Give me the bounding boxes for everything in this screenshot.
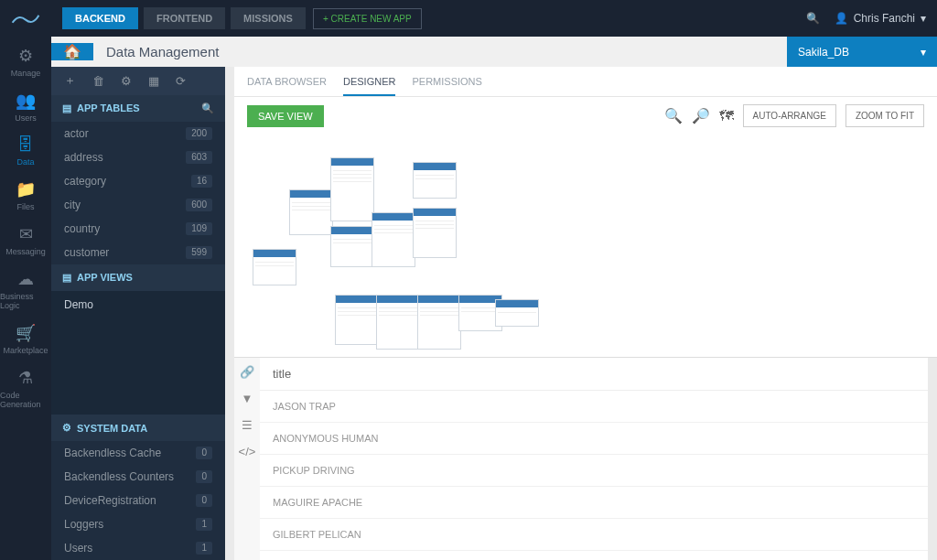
scrollbar[interactable] bbox=[225, 67, 234, 560]
chevron-down-icon: ▾ bbox=[921, 46, 926, 59]
db-node[interactable] bbox=[330, 226, 374, 267]
refresh-icon[interactable]: ⟳ bbox=[176, 74, 186, 88]
database-selector[interactable]: Sakila_DB ▾ bbox=[787, 37, 937, 67]
left-nav: ⚙Manage 👥Users 🗄Data 📁Files ✉Messaging ☁… bbox=[0, 37, 51, 560]
page-header: 🏠 Data Management Sakila_DB ▾ bbox=[51, 37, 937, 67]
trash-icon[interactable]: 🗑 bbox=[92, 74, 104, 88]
table-item[interactable]: actor200 bbox=[51, 122, 225, 145]
db-node[interactable] bbox=[376, 295, 420, 350]
envelope-icon: ✉ bbox=[19, 224, 33, 244]
designer-toolbar: SAVE VIEW 🔍 🔎 🗺 AUTO-ARRANGE ZOOM TO FIT bbox=[234, 97, 937, 135]
section-app-views[interactable]: ▤APP VIEWS bbox=[51, 264, 225, 291]
nav-manage[interactable]: ⚙Manage bbox=[11, 46, 41, 78]
nav-data[interactable]: 🗄Data bbox=[16, 135, 34, 167]
search-icon[interactable]: 🔍 bbox=[806, 12, 820, 25]
result-row[interactable]: PICKUP DRIVING bbox=[260, 455, 928, 487]
settings-icon[interactable]: ⚙ bbox=[121, 74, 132, 88]
db-node[interactable] bbox=[289, 189, 333, 235]
system-item[interactable]: Users1 bbox=[51, 536, 225, 560]
nav-marketplace[interactable]: 🛒Marketplace bbox=[3, 323, 48, 355]
database-icon: 🗄 bbox=[17, 135, 34, 155]
sub-tabs: DATA BROWSER DESIGNER PERMISSIONS bbox=[234, 67, 937, 97]
nav-tabs: BACKEND FRONTEND MISSIONS bbox=[62, 7, 306, 29]
section-app-tables[interactable]: ▤APP TABLES 🔍 bbox=[51, 95, 225, 122]
db-node[interactable] bbox=[417, 295, 461, 350]
nav-code-generation[interactable]: ⚗Code Generation bbox=[0, 368, 51, 409]
db-node[interactable] bbox=[413, 162, 457, 199]
system-item[interactable]: Loggers1 bbox=[51, 512, 225, 536]
zoom-in-icon[interactable]: 🔍 bbox=[664, 107, 683, 124]
content-area: DATA BROWSER DESIGNER PERMISSIONS SAVE V… bbox=[234, 67, 937, 560]
chevron-down-icon: ▾ bbox=[921, 12, 926, 25]
user-name: Chris Fanchi bbox=[854, 12, 915, 25]
columns-icon[interactable]: ▦ bbox=[148, 74, 159, 88]
save-view-button[interactable]: SAVE VIEW bbox=[247, 105, 324, 127]
section-system-data[interactable]: ⚙SYSTEM DATA bbox=[51, 415, 225, 441]
db-node[interactable] bbox=[495, 299, 539, 327]
designer-canvas[interactable] bbox=[234, 135, 937, 357]
auto-arrange-button[interactable]: AUTO-ARRANGE bbox=[743, 104, 836, 127]
nav-messaging[interactable]: ✉Messaging bbox=[5, 224, 46, 256]
create-app-button[interactable]: CREATE NEW APP bbox=[313, 8, 422, 29]
link-icon[interactable]: 🔗 bbox=[240, 365, 254, 379]
tab-backend[interactable]: BACKEND bbox=[62, 7, 138, 29]
nav-files[interactable]: 📁Files bbox=[16, 179, 36, 211]
gear-icon: ⚙ bbox=[18, 46, 33, 66]
home-button[interactable]: 🏠 bbox=[51, 43, 93, 60]
column-header[interactable]: title bbox=[260, 358, 928, 391]
page-title: Data Management bbox=[93, 44, 787, 59]
search-icon[interactable]: 🔍 bbox=[201, 102, 214, 114]
result-row[interactable]: MAGUIRE APACHE bbox=[260, 487, 928, 519]
system-item[interactable]: Backendless Cache0 bbox=[51, 441, 225, 465]
view-item[interactable]: Demo bbox=[51, 291, 225, 318]
subtab-data-browser[interactable]: DATA BROWSER bbox=[247, 76, 327, 96]
nav-users[interactable]: 👥Users bbox=[15, 91, 37, 123]
results-table: title JASON TRAP ANONYMOUS HUMAN PICKUP … bbox=[260, 358, 928, 560]
subtab-designer[interactable]: DESIGNER bbox=[343, 76, 395, 96]
tab-missions[interactable]: MISSIONS bbox=[231, 7, 306, 29]
user-menu[interactable]: 👤 Chris Fanchi ▾ bbox=[835, 12, 926, 25]
table-item[interactable]: country109 bbox=[51, 217, 225, 241]
add-icon[interactable]: ＋ bbox=[64, 72, 76, 89]
table-item[interactable]: address603 bbox=[51, 145, 225, 169]
filter-icon[interactable]: ▼ bbox=[242, 392, 253, 405]
results-panel: 🔗 ▼ ☰ </> title JASON TRAP ANONYMOUS HUM… bbox=[234, 357, 937, 560]
system-item[interactable]: DeviceRegistration0 bbox=[51, 489, 225, 512]
result-row[interactable]: JASON TRAP bbox=[260, 391, 928, 423]
nav-business-logic[interactable]: ☁Business Logic bbox=[0, 269, 51, 310]
system-icon: ⚙ bbox=[62, 422, 71, 434]
view-icon: ▤ bbox=[62, 272, 71, 284]
subtab-permissions[interactable]: PERMISSIONS bbox=[412, 76, 481, 96]
result-row[interactable]: ANONYMOUS HUMAN bbox=[260, 423, 928, 455]
folder-icon: 📁 bbox=[16, 179, 36, 199]
cloud-icon: ☁ bbox=[17, 269, 34, 289]
db-node[interactable] bbox=[330, 157, 374, 221]
db-node[interactable] bbox=[413, 208, 457, 258]
zoom-to-fit-button[interactable]: ZOOM TO FIT bbox=[845, 104, 924, 127]
system-item[interactable]: Backendless Counters0 bbox=[51, 465, 225, 489]
topbar: BACKEND FRONTEND MISSIONS CREATE NEW APP… bbox=[0, 0, 937, 37]
table-icon: ▤ bbox=[62, 102, 71, 114]
logo bbox=[11, 7, 40, 29]
scrollbar[interactable] bbox=[928, 358, 937, 560]
db-node[interactable] bbox=[335, 295, 379, 345]
db-node[interactable] bbox=[372, 212, 415, 267]
zoom-out-icon[interactable]: 🔎 bbox=[692, 107, 710, 124]
table-item[interactable]: customer599 bbox=[51, 241, 225, 264]
result-row[interactable]: GILBERT PELICAN bbox=[260, 519, 928, 551]
map-icon[interactable]: 🗺 bbox=[719, 108, 734, 124]
results-tools: 🔗 ▼ ☰ </> bbox=[234, 358, 260, 560]
db-node[interactable] bbox=[253, 249, 296, 285]
users-icon: 👥 bbox=[16, 91, 36, 111]
db-name: Sakila_DB bbox=[798, 46, 849, 59]
side-panel: ＋ 🗑 ⚙ ▦ ⟳ ▤APP TABLES 🔍 actor200 address… bbox=[51, 67, 225, 560]
cart-icon: 🛒 bbox=[16, 323, 36, 343]
table-item[interactable]: category16 bbox=[51, 169, 225, 193]
flask-icon: ⚗ bbox=[18, 368, 33, 388]
table-item[interactable]: city600 bbox=[51, 193, 225, 217]
tab-frontend[interactable]: FRONTEND bbox=[144, 7, 225, 29]
list-icon[interactable]: ☰ bbox=[242, 418, 253, 432]
user-icon: 👤 bbox=[835, 12, 848, 25]
code-icon[interactable]: </> bbox=[239, 445, 256, 458]
side-toolbar: ＋ 🗑 ⚙ ▦ ⟳ bbox=[51, 67, 225, 95]
